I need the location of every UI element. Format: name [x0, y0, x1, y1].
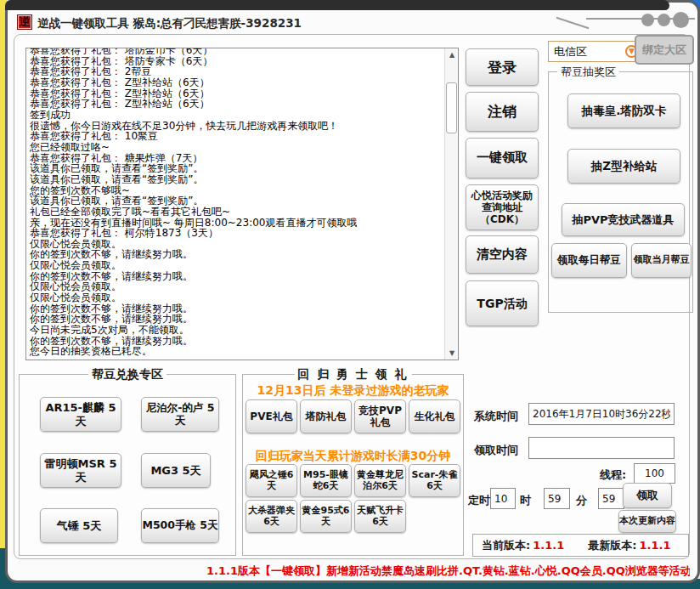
logout-button[interactable]: 注销 — [466, 92, 539, 132]
timer-hour-input[interactable] — [490, 488, 516, 509]
scroll-up-button[interactable]: ▲ — [445, 48, 459, 61]
returnee-old-player-note: 12月13日后 未登录过游戏的老玩家 — [244, 383, 462, 399]
current-version-label: 当前版本: — [482, 538, 530, 553]
log-line: 仅限心悦会员领取。 — [30, 292, 443, 303]
claim-monthly-beans-button[interactable]: 领取当月帮豆 — [631, 243, 692, 278]
timer-label: 定时 — [468, 493, 490, 508]
update-notes-button[interactable]: 本次更新内容 — [618, 510, 676, 533]
thread-input[interactable] — [634, 463, 675, 484]
server-select[interactable]: 电信区 ▼ — [548, 41, 643, 62]
log-line: 该道具你已领取，请查看“签到奖励”。 — [30, 195, 443, 207]
log-line: 该道具你已领取，请查看“签到奖励”。 — [30, 163, 443, 174]
pvp-gift-button[interactable]: 竞技PVP礼包 — [354, 399, 406, 433]
exchange-m500-button[interactable]: M500手枪 5天 — [141, 508, 219, 543]
log-line: 恭喜您获得了礼包： 10聚豆 — [30, 131, 443, 142]
gold-dragon-nepal-button[interactable]: 黄金尊龙尼泊尔6天 — [354, 464, 406, 497]
bind-region-button[interactable]: 绑定大区 — [635, 35, 694, 65]
big-mag-button[interactable]: 大杀器弹夹6天 — [246, 500, 297, 533]
xinyue-cdk-button[interactable]: 心悦活动奖励 查询地址 （CDK） — [466, 184, 539, 230]
log-lines: 恭喜您获得了礼包： 塔防金币卡（6天）恭喜您获得了礼包： 塔防专家卡（6天）恭喜… — [30, 48, 443, 357]
latest-version-label: 最新版本: — [588, 538, 636, 553]
tgp-activity-button[interactable]: TGP活动 — [466, 280, 539, 326]
timer-minute-input[interactable] — [544, 488, 570, 509]
scar-vermilion-button[interactable]: Scar-朱雀6天 — [409, 464, 460, 497]
login-button[interactable]: 登录 — [466, 48, 539, 86]
exchange-hammer-button[interactable]: 气锤 5天 — [40, 508, 118, 543]
maximize-button[interactable] — [658, 14, 670, 26]
hour-unit-label: 时 — [520, 493, 531, 508]
screen: 逆 逆战一键领取工具 猴岛:总有刁民想害朕-3928231 恭喜您获得了礼包： … — [0, 0, 700, 589]
returnee-playtime-note: 回归玩家当天累计游戏时长满30分钟 — [244, 449, 462, 464]
claim-daily-beans-button[interactable]: 领取每日帮豆 — [551, 243, 627, 278]
draw-pvp-weapon-button[interactable]: 抽PVP竞技武器道具 — [562, 203, 685, 236]
log-line: 您今日的抽奖资格已耗尽。 — [30, 346, 443, 357]
log-line: 礼包已经全部领取完了哦~看看其它礼包吧~ — [30, 207, 443, 218]
system-time-input[interactable] — [528, 403, 675, 425]
lottery-group-title: 帮豆抽奖区 — [557, 65, 619, 80]
log-line: 您已经领取过咯~ — [30, 142, 443, 153]
exchange-msr-button[interactable]: 雷明顿MSR 5天 — [40, 453, 121, 488]
log-line: 恭喜您获得了礼包： Z型补给站（6天） — [30, 77, 443, 88]
thread-label: 线程: — [600, 467, 626, 483]
timer-second-input[interactable] — [598, 488, 624, 509]
version-box: 当前版本: 1.1.1 最新版本: 1.1.1 — [472, 534, 689, 557]
claim-button[interactable]: 领取 — [623, 483, 672, 508]
log-scrollbar[interactable]: ▲ ▼ — [444, 48, 458, 360]
talent-card-button[interactable]: 天赋飞升卡6天 — [354, 500, 406, 533]
current-version-value: 1.1.1 — [533, 539, 564, 552]
exchange-group-title: 帮豆兑换专区 — [88, 367, 167, 382]
log-line: 签到成功 — [30, 110, 443, 121]
minimize-button[interactable] — [641, 14, 654, 26]
log-line: 恭喜您获得了礼包： Z型补给站（6天） — [30, 99, 443, 110]
gold-95-button[interactable]: 黄金95式6天 — [300, 500, 352, 533]
window-title: 逆战一键领取工具 猴岛:总有刁民想害朕-3928231 — [37, 16, 302, 31]
m95-cobra-button[interactable]: M95-眼镜蛇6天 — [300, 464, 352, 497]
system-time-label: 系统时间 — [474, 409, 518, 424]
draw-duhuang-tafang-button[interactable]: 抽毒皇.塔防双卡 — [567, 93, 680, 128]
log-line: 仅限心悦会员领取。 — [30, 260, 443, 271]
minute-unit-label: 分 — [576, 493, 587, 508]
exchange-mg3-button[interactable]: MG3 5天 — [141, 453, 211, 488]
log-line: 今日尚未完成5次对局，不能领取。 — [30, 325, 443, 336]
clear-content-button[interactable]: 清空内容 — [466, 235, 539, 274]
pve-gift-button[interactable]: PVE礼包 — [246, 399, 297, 433]
app-icon: 逆 — [17, 14, 32, 30]
one-key-claim-button[interactable]: 一键领取 — [466, 138, 539, 178]
close-button[interactable] — [673, 12, 689, 28]
latest-version-value: 1.1.1 — [639, 539, 670, 552]
log-line: 恭喜您获得了礼包： 柯尔特1873（3天） — [30, 228, 443, 239]
scroll-down-button[interactable]: ▼ — [445, 347, 459, 360]
log-textbox[interactable]: 恭喜您获得了礼包： 塔防金币卡（6天）恭喜您获得了礼包： 塔防专家卡（6天）恭喜… — [25, 48, 459, 360]
exchange-nepal-button[interactable]: 尼泊尔-的卢 5天 — [141, 397, 219, 432]
claim-time-label: 领取时间 — [474, 443, 518, 458]
announcement-marquee: 1.1.1版本【一键领取】新增新活动禁魔岛速刷比拼.QT.黄钻.蓝钻.心悦.QQ… — [206, 564, 690, 579]
scrollbar-thumb[interactable] — [446, 82, 457, 133]
biochem-gift-button[interactable]: 生化礼包 — [409, 399, 460, 433]
draw-z-supply-button[interactable]: 抽Z型补给站 — [567, 149, 680, 184]
hurricane-hammer-button[interactable]: 飓风之锤6天 — [246, 464, 297, 497]
exchange-ar15-button[interactable]: AR15-麒麟 5天 — [40, 397, 121, 432]
tafang-gift-button[interactable]: 塔防礼包 — [300, 399, 352, 433]
claim-time-input[interactable] — [528, 437, 675, 459]
log-line: 该道具你已领取，请查看“签到奖励”。 — [30, 174, 443, 185]
window-top-band — [5, 0, 669, 10]
server-select-value: 电信区 — [549, 44, 625, 59]
returnee-group-title: 回 归 勇 士 领 礼 — [294, 367, 411, 382]
